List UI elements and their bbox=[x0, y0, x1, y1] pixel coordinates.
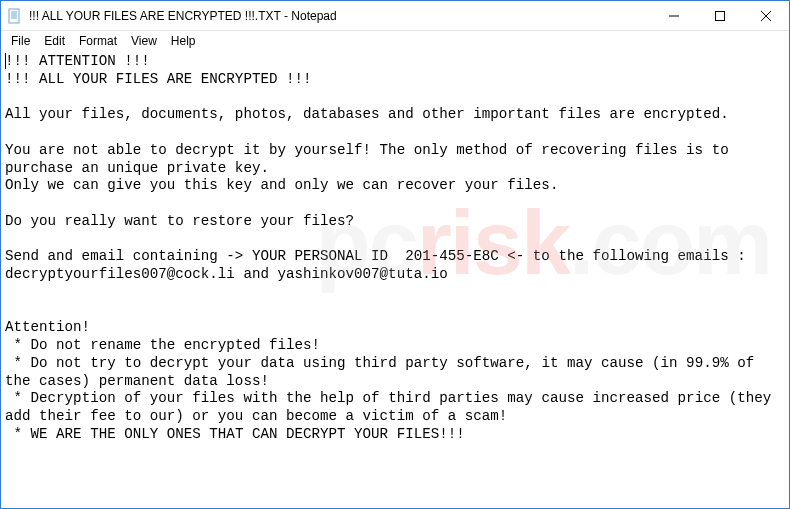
menu-help[interactable]: Help bbox=[165, 33, 202, 49]
menu-format[interactable]: Format bbox=[73, 33, 123, 49]
menu-view[interactable]: View bbox=[125, 33, 163, 49]
close-button[interactable] bbox=[743, 1, 789, 30]
text-area[interactable]: !!! ATTENTION !!! !!! ALL YOUR FILES ARE… bbox=[1, 51, 789, 508]
menu-edit[interactable]: Edit bbox=[38, 33, 71, 49]
minimize-button[interactable] bbox=[651, 1, 697, 30]
text-cursor-icon bbox=[5, 53, 6, 69]
window-title: !!! ALL YOUR FILES ARE ENCRYPTED !!!.TXT… bbox=[29, 9, 337, 23]
maximize-button[interactable] bbox=[697, 1, 743, 30]
window-controls bbox=[651, 1, 789, 30]
menu-file[interactable]: File bbox=[5, 33, 36, 49]
titlebar-left: !!! ALL YOUR FILES ARE ENCRYPTED !!!.TXT… bbox=[7, 8, 337, 24]
titlebar[interactable]: !!! ALL YOUR FILES ARE ENCRYPTED !!!.TXT… bbox=[1, 1, 789, 31]
menubar: File Edit Format View Help bbox=[1, 31, 789, 51]
document-body: !!! ATTENTION !!! !!! ALL YOUR FILES ARE… bbox=[5, 53, 780, 442]
svg-rect-6 bbox=[716, 11, 725, 20]
notepad-window: !!! ALL YOUR FILES ARE ENCRYPTED !!!.TXT… bbox=[0, 0, 790, 509]
watermark: pcrisk.com bbox=[316, 187, 771, 300]
notepad-icon bbox=[7, 8, 23, 24]
